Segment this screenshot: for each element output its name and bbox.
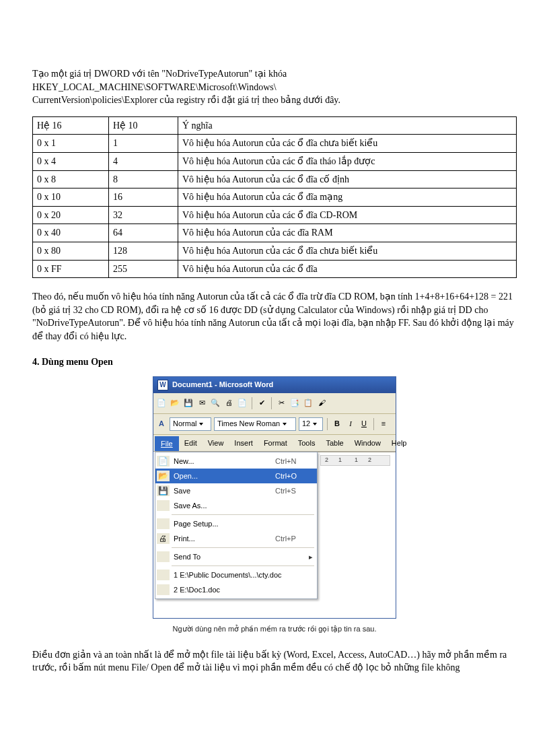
blank-icon [157,584,170,595]
menu-view[interactable]: View [203,436,229,451]
open-icon[interactable]: 📂 [170,398,180,409]
table-row: 0 x 2032Vô hiệu hóa Autorun của các ổ đĩ… [33,206,517,224]
menubar: File Edit View Insert Format Tools Table… [153,435,396,451]
print-icon[interactable]: 🖨 [223,398,234,409]
blank-icon [157,500,170,511]
blank-icon [157,518,170,529]
intro-line2: HKEY_LOCAL_MACHINE\SOFTWARE\Microsoft\Wi… [32,82,277,92]
file-dropdown: 📄 New... Ctrl+N 📂 Open... Ctrl+O 💾 Save … [155,452,318,599]
table-row: 0 x 1016Vô hiệu hóa Autorun của các ổ đĩ… [33,188,517,207]
word-doc-icon: W [157,380,168,390]
toolbar-divider [373,418,374,430]
menu-separator [172,547,314,548]
mail-icon[interactable]: ✉ [196,398,207,409]
intro-paragraph: Tạo một giá trị DWORD với tên "NoDriveTy… [32,67,517,107]
menu-item-recent1[interactable]: 1 E:\Public Documents\...\cty.doc [155,568,317,582]
floppy-icon: 💾 [157,485,170,496]
format-painter-icon[interactable]: 🖌 [316,398,327,409]
th-dec: Hệ 10 [109,116,178,135]
bold-button[interactable]: B [332,419,342,429]
align-left-icon[interactable]: ≡ [378,419,389,429]
section-4-title: 4. Dùng menu Open [32,355,517,369]
intro-line3: CurrentVersion\policies\Explorer của reg… [32,95,340,105]
menu-help[interactable]: Help [386,436,412,451]
word-screenshot: W Document1 - Microsoft Word 📄 📂 💾 ✉ 🔍 🖨… [153,376,396,619]
new-doc-icon: 📄 [157,456,170,467]
table-row: 0 x 80128Vô hiệu hóa Autorun của các ổ đ… [33,242,517,260]
menu-separator [172,514,314,515]
table-row: 0 x 11Vô hiệu hóa Autorun của các ổ đĩa … [33,135,517,153]
table-row: 0 x FF255Vô hiệu hóa Autorun của các ổ đ… [33,260,517,278]
menu-format[interactable]: Format [258,436,293,451]
menu-file[interactable]: File [155,436,179,451]
word-title-text: Document1 - Microsoft Word [172,380,273,390]
chevron-down-icon [313,423,317,425]
save-icon[interactable]: 💾 [183,398,194,409]
table-row: 0 x 88Vô hiệu hóa Autorun của các ổ đĩa … [33,170,517,188]
style-dropdown[interactable]: Normal [170,417,211,430]
menu-tools[interactable]: Tools [293,436,321,451]
paste-icon[interactable]: 📋 [303,398,314,409]
ruler-area: 2 1 1 2 [315,452,396,477]
word-titlebar[interactable]: W Document1 - Microsoft Word [153,377,396,393]
preview-icon[interactable]: 📄 [237,398,248,409]
chevron-down-icon [199,423,203,425]
spelling-icon[interactable]: ✔ [256,398,267,409]
standard-toolbar: 📄 📂 💾 ✉ 🔍 🖨 📄 ✔ ✂ 📑 📋 🖌 [153,393,396,414]
style-icon[interactable]: A [156,419,167,429]
menu-item-new[interactable]: 📄 New... Ctrl+N [155,454,317,469]
formatting-toolbar: A Normal Times New Roman 12 B I U ≡ [153,414,396,435]
menu-item-sendto[interactable]: Send To ▸ [155,549,317,564]
chevron-down-icon [283,423,287,425]
font-dropdown[interactable]: Times New Roman [214,417,296,430]
menu-item-saveas[interactable]: Save As... [155,498,317,513]
open-folder-icon: 📂 [157,471,170,481]
closing-paragraph: Điều đơn giản và an toàn nhất là để mở m… [32,648,517,675]
cut-icon[interactable]: ✂ [276,398,287,409]
menu-edit[interactable]: Edit [179,436,203,451]
size-dropdown[interactable]: 12 [299,417,323,430]
search-icon[interactable]: 🔍 [210,398,221,409]
new-icon[interactable]: 📄 [156,398,167,409]
menu-item-recent2[interactable]: 2 E:\Doc1.doc [155,582,317,597]
table-header-row: Hệ 16 Hệ 10 Ý nghĩa [33,116,517,135]
th-hex: Hệ 16 [33,116,109,135]
menu-window[interactable]: Window [349,436,386,451]
printer-icon: 🖨 [157,533,170,544]
ruler: 2 1 1 2 [320,455,390,466]
table-row: 0 x 44Vô hiệu hóa Autorun của các ổ đĩa … [33,152,517,170]
menu-insert[interactable]: Insert [229,436,258,451]
menu-item-pagesetup[interactable]: Page Setup... [155,516,317,531]
copy-icon[interactable]: 📑 [289,398,300,409]
th-desc: Ý nghĩa [178,116,517,135]
intro-line1: Tạo một giá trị DWORD với tên "NoDriveTy… [32,69,287,79]
explanation-paragraph: Theo đó, nếu muốn vô hiệu hóa tính năng … [32,290,517,343]
menu-item-print[interactable]: 🖨 Print... Ctrl+P [155,531,317,546]
blank-icon [157,551,170,562]
screenshot-caption: Người dùng nên mở phần mềm ra trước rồi … [32,624,517,634]
menu-item-save[interactable]: 💾 Save Ctrl+S [155,483,317,498]
table-row: 0 x 4064Vô hiệu hóa Autorun của các đĩa … [33,224,517,242]
menu-item-open[interactable]: 📂 Open... Ctrl+O [155,469,317,483]
submenu-arrow-icon: ▸ [309,552,313,562]
italic-button[interactable]: I [345,419,356,429]
blank-icon [157,570,170,580]
autorun-values-table: Hệ 16 Hệ 10 Ý nghĩa 0 x 11Vô hiệu hóa Au… [32,116,517,278]
menu-separator [172,565,314,566]
toolbar-divider [327,418,328,430]
underline-button[interactable]: U [359,419,369,429]
toolbar-divider [252,397,252,409]
toolbar-divider [271,397,272,409]
menu-table[interactable]: Table [320,436,349,451]
